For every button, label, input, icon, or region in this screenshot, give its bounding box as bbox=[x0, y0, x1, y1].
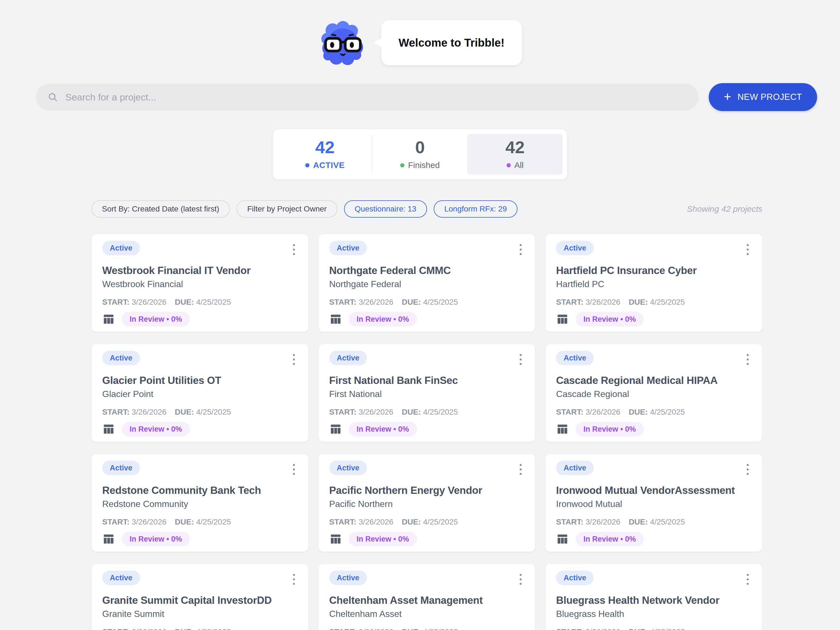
kebab-menu-icon[interactable] bbox=[290, 351, 298, 368]
project-card[interactable]: Active Redstone Community Bank Tech Reds… bbox=[91, 454, 309, 552]
kebab-menu-icon[interactable] bbox=[517, 570, 524, 588]
project-title: Hartfield PC Insurance Cyber bbox=[556, 265, 752, 277]
project-dates: START:3/26/2026 DUE:4/25/2025 bbox=[329, 298, 525, 307]
project-card[interactable]: Active First National Bank FinSec First … bbox=[318, 344, 535, 442]
table-icon bbox=[102, 423, 115, 436]
project-dates: START:3/26/2026 DUE:4/25/2025 bbox=[102, 298, 298, 307]
due-label: DUE: bbox=[402, 627, 421, 630]
start-label: START: bbox=[329, 408, 356, 416]
search-row: + NEW PROJECT bbox=[36, 83, 817, 111]
project-title: Cascade Regional Medical HIPAA bbox=[556, 375, 752, 387]
longform-rfx-filter-button[interactable]: Longform RFx: 29 bbox=[434, 200, 518, 217]
project-card[interactable]: Active Ironwood Mutual VendorAssessment … bbox=[545, 454, 763, 552]
kebab-menu-icon[interactable] bbox=[744, 351, 752, 368]
filter-owner-button[interactable]: Filter by Project Owner bbox=[237, 200, 337, 217]
start-label: START: bbox=[102, 518, 129, 526]
due-date: 4/25/2025 bbox=[196, 627, 231, 630]
kebab-menu-icon[interactable] bbox=[517, 461, 524, 478]
new-project-label: NEW PROJECT bbox=[737, 92, 802, 102]
new-project-button[interactable]: + NEW PROJECT bbox=[709, 83, 817, 111]
projects-dashboard: { "header": { "welcome": "Welcome to Tri… bbox=[0, 0, 840, 630]
project-dates: START:3/26/2026 DUE:4/25/2025 bbox=[329, 627, 525, 630]
start-date: 3/26/2026 bbox=[586, 408, 621, 416]
table-icon bbox=[329, 313, 342, 326]
project-title: Glacier Point Utilities OT bbox=[102, 375, 298, 387]
project-dates: START:3/26/2026 DUE:4/25/2025 bbox=[556, 517, 752, 527]
kebab-menu-icon[interactable] bbox=[290, 241, 298, 258]
sort-by-button[interactable]: Sort By: Created Date (latest first) bbox=[91, 200, 230, 217]
start-date: 3/26/2026 bbox=[358, 518, 393, 526]
progress-status-badge: In Review • 0% bbox=[349, 312, 417, 326]
due-label: DUE: bbox=[402, 518, 421, 526]
kebab-menu-icon[interactable] bbox=[290, 570, 298, 588]
stat-finished[interactable]: 0 Finished bbox=[372, 134, 467, 175]
status-badge: Active bbox=[329, 461, 367, 475]
due-label: DUE: bbox=[628, 298, 647, 306]
stat-active[interactable]: 42 ACTIVE bbox=[278, 134, 372, 175]
status-badge: Active bbox=[102, 351, 140, 365]
start-date: 3/26/2026 bbox=[586, 298, 621, 306]
start-label: START: bbox=[556, 627, 583, 630]
active-label: ACTIVE bbox=[313, 161, 344, 170]
all-label: All bbox=[515, 161, 524, 170]
status-badge: Active bbox=[556, 570, 594, 585]
kebab-menu-icon[interactable] bbox=[517, 241, 524, 258]
project-card[interactable]: Active Cascade Regional Medical HIPAA Ca… bbox=[545, 344, 763, 442]
project-dates: START:3/26/2026 DUE:4/25/2025 bbox=[556, 298, 752, 307]
kebab-menu-icon[interactable] bbox=[744, 461, 752, 478]
stat-all[interactable]: 42 All bbox=[467, 134, 562, 175]
questionnaire-filter-button[interactable]: Questionnaire: 13 bbox=[344, 200, 427, 217]
project-card[interactable]: Active Glacier Point Utilities OT Glacie… bbox=[91, 344, 309, 442]
project-owner: Glacier Point bbox=[102, 388, 298, 400]
status-badge: Active bbox=[556, 241, 594, 255]
start-date: 3/26/2026 bbox=[131, 408, 166, 416]
project-card[interactable]: Active Cheltenham Asset Management Chelt… bbox=[318, 564, 535, 630]
project-owner: First National bbox=[329, 388, 525, 400]
progress-status-badge: In Review • 0% bbox=[576, 312, 644, 326]
project-card[interactable]: Active Pacific Northern Energy Vendor Pa… bbox=[318, 454, 535, 552]
start-label: START: bbox=[329, 627, 356, 630]
project-title: Pacific Northern Energy Vendor bbox=[329, 484, 525, 497]
project-card[interactable]: Active Northgate Federal CMMC Northgate … bbox=[318, 234, 535, 332]
due-label: DUE: bbox=[402, 298, 421, 306]
kebab-menu-icon[interactable] bbox=[744, 241, 752, 258]
kebab-menu-icon[interactable] bbox=[744, 570, 752, 588]
due-date: 4/25/2025 bbox=[423, 298, 458, 306]
status-badge: Active bbox=[556, 351, 594, 365]
project-card[interactable]: Active Bluegrass Health Network Vendor B… bbox=[545, 564, 763, 630]
kebab-menu-icon[interactable] bbox=[517, 351, 524, 368]
due-date: 4/25/2025 bbox=[423, 408, 458, 416]
project-dates: START:3/26/2026 DUE:4/25/2025 bbox=[556, 407, 752, 417]
project-dates: START:3/26/2026 DUE:4/25/2025 bbox=[102, 407, 298, 417]
active-dot-icon bbox=[305, 163, 309, 167]
project-title: Westbrook Financial IT Vendor bbox=[102, 265, 298, 277]
table-icon bbox=[102, 313, 115, 326]
start-label: START: bbox=[329, 518, 356, 526]
project-owner: Cheltenham Asset bbox=[329, 608, 525, 619]
due-date: 4/25/2025 bbox=[196, 408, 231, 416]
search-input[interactable] bbox=[65, 92, 687, 103]
start-label: START: bbox=[329, 298, 356, 306]
project-card[interactable]: Active Granite Summit Capital InvestorDD… bbox=[91, 564, 309, 630]
project-stats-card: 42 ACTIVE 0 Finished 42 All bbox=[273, 129, 567, 180]
all-dot-icon bbox=[507, 163, 511, 167]
start-date: 3/26/2026 bbox=[586, 627, 621, 630]
hero-section: Welcome to Tribble! bbox=[0, 0, 840, 66]
progress-status-badge: In Review • 0% bbox=[122, 532, 190, 546]
project-card[interactable]: Active Hartfield PC Insurance Cyber Hart… bbox=[545, 234, 763, 332]
project-title: Redstone Community Bank Tech bbox=[102, 484, 298, 497]
due-label: DUE: bbox=[628, 627, 647, 630]
project-card[interactable]: Active Westbrook Financial IT Vendor Wes… bbox=[91, 234, 309, 332]
tribble-mascot-logo bbox=[318, 20, 368, 67]
project-search-bar[interactable] bbox=[36, 84, 699, 110]
finished-label: Finished bbox=[408, 161, 439, 170]
status-badge: Active bbox=[102, 461, 140, 475]
showing-projects-count: Showing 42 projects bbox=[687, 204, 763, 214]
project-title: Cheltenham Asset Management bbox=[329, 594, 525, 606]
project-owner: Northgate Federal bbox=[329, 279, 525, 290]
due-label: DUE: bbox=[628, 518, 647, 526]
welcome-bubble: Welcome to Tribble! bbox=[381, 20, 522, 65]
due-label: DUE: bbox=[402, 408, 421, 416]
project-dates: START:3/26/2026 DUE:4/25/2025 bbox=[556, 627, 752, 630]
kebab-menu-icon[interactable] bbox=[290, 461, 298, 478]
